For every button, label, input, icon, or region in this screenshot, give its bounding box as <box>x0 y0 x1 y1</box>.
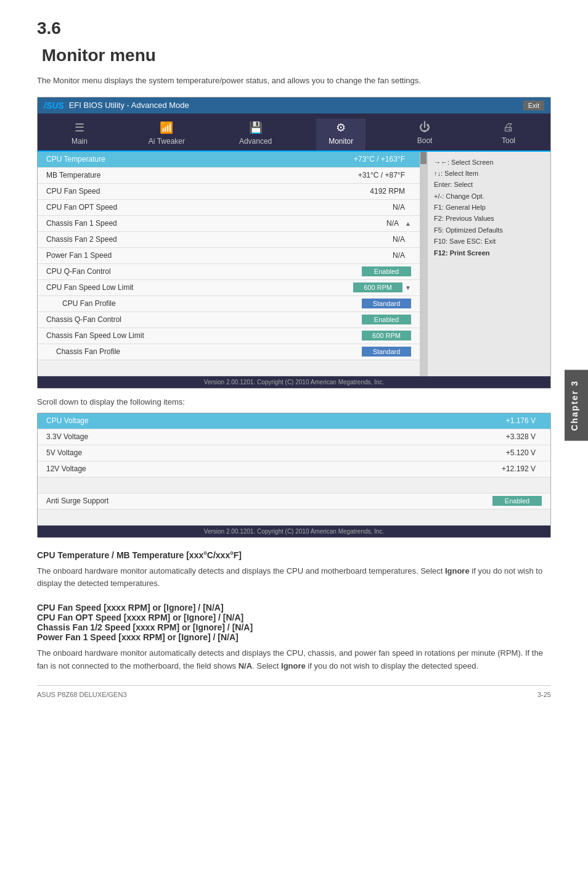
section-title: 3.6 <box>37 19 551 38</box>
nav-boot-label: Boot <box>417 136 433 145</box>
help-f1: F1: General Help <box>434 203 544 212</box>
row-33v-voltage: 3.3V Voltage +3.328 V <box>38 429 550 445</box>
cpu-fan-low-limit-label: CPU Fan Speed Low Limit <box>46 283 353 292</box>
bios-title-text: EFI BIOS Utility - Advanced Mode <box>69 101 189 110</box>
row-chassis-fan2-speed: Chassis Fan 2 Speed N/A <box>38 232 420 248</box>
help-f2: F2: Previous Values <box>434 214 544 223</box>
row-chassis-qfan-control: Chassis Q-Fan Control Enabled <box>38 312 420 328</box>
row-cpu-temperature: CPU Temperature +73°C / +163°F <box>38 152 420 168</box>
mb-temp-value: +31°C / +87°F <box>358 171 405 179</box>
help-f12: F12: Print Screen <box>434 249 544 258</box>
row-spacer3 <box>38 510 550 526</box>
mb-temp-label: MB Temperature <box>46 171 358 179</box>
help-change-opt: +/-: Change Opt. <box>434 192 544 201</box>
nav-main-label: Main <box>71 137 88 146</box>
page-footer: ASUS P8Z68 DELUXE/GEN3 3-25 <box>37 685 551 698</box>
cpu-fan-opt-label: CPU Fan OPT Speed <box>46 203 393 212</box>
nav-monitor[interactable]: ⚙ Monitor <box>316 118 365 151</box>
chassis-fan2-label: Chassis Fan 2 Speed <box>46 235 393 244</box>
body-text-fan-speeds: The onboard hardware monitor automatical… <box>37 647 551 673</box>
power-fan1-label: Power Fan 1 Speed <box>46 251 393 260</box>
cpu-fan-profile-label: CPU Fan Profile <box>52 299 362 308</box>
power-fan1-value: N/A <box>393 251 405 260</box>
chassis-fan-low-limit-badge[interactable]: 600 RPM <box>362 331 411 340</box>
cpu-fan-low-limit-badge[interactable]: 600 RPM <box>353 283 402 292</box>
sub-heading-fan-speeds: CPU Fan Speed [xxxx RPM] or [Ignore] / [… <box>37 603 551 642</box>
fan-speed-line2: CPU Fan OPT Speed [xxxx RPM] or [Ignore]… <box>37 613 551 622</box>
row-chassis-fan-profile: Chassis Fan Profile Standard <box>38 344 420 360</box>
row-12v-voltage: 12V Voltage +12.192 V <box>38 461 550 477</box>
nav-advanced-label: Advanced <box>239 137 272 146</box>
page-title: Monitor menu <box>37 46 156 65</box>
cpu-qfan-label: CPU Q-Fan Control <box>46 267 362 276</box>
titlebar-left: /SUS EFI BIOS Utility - Advanced Mode <box>44 101 189 110</box>
row-chassis-fan-speed-low-limit: Chassis Fan Speed Low Limit 600 RPM <box>38 328 420 344</box>
12v-value: +12.192 V <box>502 464 536 473</box>
bios-main-panel: CPU Temperature +73°C / +163°F MB Temper… <box>38 152 420 376</box>
cpu-fan-opt-value: N/A <box>393 203 405 212</box>
nav-ai-tweaker-label: Ai Tweaker <box>149 137 185 146</box>
cpu-fan-profile-badge[interactable]: Standard <box>362 299 411 308</box>
help-f10: F10: Save ESC: Exit <box>434 237 544 246</box>
help-f5: F5: Optimized Defaults <box>434 226 544 235</box>
bios-main-panel-2: CPU Voltage +1.176 V 3.3V Voltage +3.328… <box>38 413 550 526</box>
cpu-qfan-badge[interactable]: Enabled <box>362 266 411 276</box>
row-cpu-fan-speed: CPU Fan Speed 4192 RPM <box>38 184 420 200</box>
footer-left: ASUS P8Z68 DELUXE/GEN3 <box>37 691 127 698</box>
nav-tool-icon: 🖨 <box>503 121 514 134</box>
row-anti-surge: Anti Surge Support Enabled <box>38 493 550 510</box>
nav-boot-icon: ⏻ <box>419 121 430 134</box>
chassis-fan-profile-label: Chassis Fan Profile <box>46 347 362 356</box>
nav-main-icon: ☰ <box>75 121 84 134</box>
scroll-down-label: Scroll down to display the following ite… <box>37 397 551 406</box>
row-5v-voltage: 5V Voltage +5.120 V <box>38 445 550 461</box>
fan-speed-line3: Chassis Fan 1/2 Speed [xxxx RPM] or [Ign… <box>37 622 551 632</box>
row-cpu-fan-opt-speed: CPU Fan OPT Speed N/A <box>38 200 420 216</box>
row-cpu-fan-profile: CPU Fan Profile Standard <box>38 296 420 312</box>
exit-button[interactable]: Exit <box>523 101 544 110</box>
12v-label: 12V Voltage <box>46 464 502 473</box>
bios-footer: Version 2.00.1201. Copyright (C) 2010 Am… <box>38 376 550 388</box>
row-cpu-qfan-control: CPU Q-Fan Control Enabled <box>38 264 420 280</box>
chassis-fan-profile-badge[interactable]: Standard <box>362 347 411 357</box>
help-enter-select: Enter: Select <box>434 180 544 189</box>
bios-scrollbar[interactable] <box>420 152 427 376</box>
33v-value: +3.328 V <box>506 432 536 441</box>
cpu-voltage-label: CPU Voltage <box>46 416 506 425</box>
row-cpu-voltage: CPU Voltage +1.176 V <box>38 413 550 429</box>
cpu-fan-speed-value: 4192 RPM <box>370 187 405 196</box>
cpu-temp-value: +73°C / +163°F <box>354 155 405 163</box>
row-cpu-fan-speed-low-limit: CPU Fan Speed Low Limit 600 RPM ▼ <box>38 280 420 296</box>
chassis-qfan-badge[interactable]: Enabled <box>362 315 411 324</box>
row-spacer2 <box>38 477 550 493</box>
body-text-cpu-temp: The onboard hardware monitor automatical… <box>37 565 551 591</box>
nav-monitor-label: Monitor <box>329 137 353 146</box>
bios-window-secondary: CPU Voltage +1.176 V 3.3V Voltage +3.328… <box>37 413 551 538</box>
cpu-voltage-value: +1.176 V <box>506 416 536 425</box>
help-select-screen: →←: Select Screen <box>434 158 544 167</box>
cpu-fan-speed-label: CPU Fan Speed <box>46 187 370 196</box>
row-power-fan1-speed: Power Fan 1 Speed N/A <box>38 248 420 264</box>
nav-tool[interactable]: 🖨 Tool <box>484 118 533 151</box>
fan-speed-line4: Power Fan 1 Speed [xxxx RPM] or [Ignore]… <box>37 632 551 642</box>
bios-titlebar: /SUS EFI BIOS Utility - Advanced Mode Ex… <box>38 97 550 113</box>
nav-boot[interactable]: ⏻ Boot <box>400 118 449 151</box>
asus-logo: /SUS <box>44 101 64 110</box>
chassis-fan1-label: Chassis Fan 1 Speed <box>46 219 386 228</box>
anti-surge-label: Anti Surge Support <box>46 497 492 505</box>
footer-right: 3-25 <box>537 691 551 698</box>
nav-advanced-icon: 💾 <box>249 121 263 134</box>
nav-main[interactable]: ☰ Main <box>55 118 104 151</box>
chassis-fan2-value: N/A <box>393 235 405 244</box>
33v-label: 3.3V Voltage <box>46 432 506 441</box>
anti-surge-badge[interactable]: Enabled <box>492 496 542 506</box>
nav-advanced[interactable]: 💾 Advanced <box>229 118 282 151</box>
nav-tool-label: Tool <box>502 136 515 145</box>
fan-speed-line1: CPU Fan Speed [xxxx RPM] or [Ignore] / [… <box>37 603 551 613</box>
chassis-qfan-label: Chassis Q-Fan Control <box>46 315 362 324</box>
nav-ai-tweaker[interactable]: 📶 Ai Tweaker <box>139 118 195 151</box>
chapter-tab: Chapter 3 <box>565 370 588 441</box>
row-spacer <box>38 360 420 376</box>
chassis-fan1-value: N/A <box>386 219 399 228</box>
5v-value: +5.120 V <box>506 448 536 457</box>
